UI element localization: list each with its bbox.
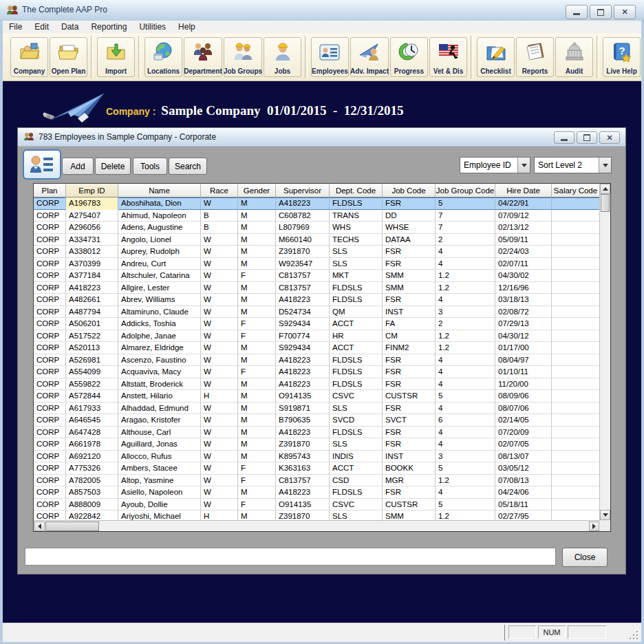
column-header-plan[interactable]: Plan <box>34 184 66 197</box>
tools-button[interactable]: Tools <box>133 158 167 175</box>
menu-item-file[interactable]: File <box>3 22 28 32</box>
toolbar-button-locations[interactable]: Locations <box>144 37 182 77</box>
employee-row-A775326[interactable]: CORPA775326Ambers, StaceeWFK363163ACCTBO… <box>34 462 600 475</box>
status-message-field[interactable] <box>25 548 556 566</box>
toolbar-button-open-plan[interactable]: Open Plan <box>50 37 87 77</box>
close-button[interactable]: ✕ <box>614 5 636 19</box>
employee-row-A572844[interactable]: CORPA572844Anstett, HilarioHMO914135CSVC… <box>34 390 600 402</box>
view-field-select[interactable]: Employee ID <box>460 157 530 173</box>
scroll-up-button[interactable] <box>600 184 610 194</box>
child-close-button[interactable]: ✕ <box>599 131 620 144</box>
employee-row-A526981[interactable]: CORPA526981Ascenzo, FaustinoWMA418223FLD… <box>34 354 600 367</box>
employee-row-A487794[interactable]: CORPA487794Altamiruno, ClaudeWMD524734QM… <box>34 306 600 319</box>
minimize-button[interactable] <box>566 5 588 19</box>
employee-row-A370399[interactable]: CORPA370399Andreu, CurtWMW923547SLSFSR40… <box>34 258 600 270</box>
employee-row-A888009[interactable]: CORPA888009Ayoub, DollieWFO914135CSVCCUS… <box>34 499 600 511</box>
employee-row-A857503[interactable]: CORPA857503Asiello, NapoleonWMA418223FLD… <box>34 486 600 499</box>
cell: Acquaviva, Macy <box>118 366 201 378</box>
cell: CORP <box>34 378 66 391</box>
employee-row-A506201[interactable]: CORPA506201Addicks, ToshiaWFS929434ACCTF… <box>34 318 600 330</box>
scroll-right-button[interactable] <box>589 522 599 531</box>
menu-item-utilities[interactable]: Utilities <box>133 22 172 32</box>
column-header-gender[interactable]: Gender <box>238 184 276 197</box>
employee-row-A646545[interactable]: CORPA646545Aragao, KristoferWMB790635SVC… <box>34 414 600 427</box>
employees-view-button[interactable] <box>23 149 61 180</box>
cell: Aboshihata, Dion <box>118 197 201 210</box>
column-header-supervisor[interactable]: Supervisor <box>276 184 330 197</box>
menu-item-data[interactable]: Data <box>55 22 85 32</box>
toolbar-button-checklist[interactable]: Checklist <box>477 37 515 77</box>
scroll-down-button[interactable] <box>600 510 610 520</box>
child-minimize-button[interactable] <box>554 131 575 144</box>
employee-row-A554099[interactable]: CORPA554099Acquaviva, MacyWFA418223FLDSL… <box>34 366 600 378</box>
column-header-emp-id[interactable]: Emp ID <box>66 184 118 197</box>
toolbar-button-adv-impact[interactable]: Adv. Impact <box>350 37 389 77</box>
horizontal-scroll-thumb[interactable] <box>45 522 99 531</box>
column-header-hire-date[interactable]: Hire Date <box>495 184 552 197</box>
toolbar-button-job-groups[interactable]: Job Groups <box>224 37 262 77</box>
cell: M <box>238 390 276 402</box>
employee-row-A517522[interactable]: CORPA517522Adolphe, JanaeWFF700774HRCM1.… <box>34 330 600 343</box>
menu-item-help[interactable]: Help <box>172 22 202 32</box>
employee-row-A482661[interactable]: CORPA482661Abrev, WilliamsWMA418223FLDSL… <box>34 294 600 306</box>
cell: FINM2 <box>383 342 436 354</box>
employee-row-A559822[interactable]: CORPA559822Altstatt, BroderickWMA418223F… <box>34 378 600 391</box>
cell: W <box>201 342 238 354</box>
cell: CORP <box>34 222 66 234</box>
cell: A296056 <box>66 222 118 234</box>
dropdown-button[interactable] <box>517 158 530 173</box>
employee-row-A275407[interactable]: CORPA275407Ahimud, NapoleonBMC608782TRAN… <box>34 210 600 222</box>
employee-row-A338012[interactable]: CORPA338012Auprey, RudolphWMZ391870SLSFS… <box>34 246 600 258</box>
column-header-job-group-code[interactable]: Job Group Code <box>436 184 495 197</box>
column-header-salary-code[interactable]: Salary Code <box>552 184 600 197</box>
toolbar-button-jobs[interactable]: Jobs <box>264 37 301 77</box>
employee-row-A617933[interactable]: CORPA617933Alhaddad, EdmundWMS919871SLSF… <box>34 402 600 415</box>
toolbar-button-live-help[interactable]: ?Live Help <box>603 37 641 77</box>
column-header-job-code[interactable]: Job Code <box>383 184 436 197</box>
cell: Auprey, Rudolph <box>118 246 201 258</box>
toolbar-button-department[interactable]: Department <box>184 37 222 77</box>
column-header-race[interactable]: Race <box>201 184 238 197</box>
menu-item-reporting[interactable]: Reporting <box>85 22 133 32</box>
maximize-button[interactable] <box>590 5 612 19</box>
cell: F <box>238 475 276 487</box>
scroll-left-button[interactable] <box>34 522 45 531</box>
employee-row-A692120[interactable]: CORPA692120Allocco, RufusWMK895743INDISI… <box>34 451 600 463</box>
cell: 4 <box>436 427 495 439</box>
toolbar-button-audit[interactable]: Audit <box>555 37 593 77</box>
cell: M660140 <box>276 234 330 246</box>
employee-row-A334731[interactable]: CORPA334731Angolo, LionelWMM660140TECHSD… <box>34 234 600 246</box>
search-button[interactable]: Search <box>169 158 207 175</box>
employee-row-A782005[interactable]: CORPA782005Altop, YasmineWFC813757CSDMGR… <box>34 475 600 487</box>
column-header-name[interactable]: Name <box>118 184 201 197</box>
sort-level-select[interactable]: Sort Level 2 <box>534 157 612 173</box>
horizontal-scrollbar[interactable] <box>34 520 600 531</box>
employee-row-A377184[interactable]: CORPA377184Altschuler, CatarinaWFC813757… <box>34 270 600 282</box>
employee-row-A922842[interactable]: CORPA922842Ariyoshi, MichaelHMZ391870SLS… <box>34 511 600 520</box>
column-header-dept-code[interactable]: Dept. Code <box>330 184 383 197</box>
employee-row-A196783[interactable]: CORPA196783Aboshihata, DionWMA418223FLDS… <box>34 197 600 210</box>
cell: FSR <box>383 402 436 415</box>
menu-item-edit[interactable]: Edit <box>28 22 55 32</box>
employee-row-A661978[interactable]: CORPA661978Aguillard, JonasWMZ391870SLSF… <box>34 438 600 451</box>
child-maximize-button[interactable] <box>577 131 597 144</box>
resize-grip[interactable] <box>628 630 638 639</box>
toolbar-button-employees[interactable]: Employees <box>311 37 349 77</box>
employee-row-A418223[interactable]: CORPA418223Allgire, LesterWMC813757FLDSL… <box>34 282 600 294</box>
vertical-scroll-thumb[interactable] <box>601 194 610 212</box>
cell: HR <box>330 330 383 343</box>
employee-row-A647428[interactable]: CORPA647428Althouse, CarlWMA418223FLDSLS… <box>34 427 600 439</box>
employee-row-A296056[interactable]: CORPA296056Adens, AugustineBML807969WHSW… <box>34 222 600 234</box>
toolbar-button-import[interactable]: Import <box>97 37 135 77</box>
toolbar-button-reports[interactable]: Reports <box>516 37 554 77</box>
delete-button[interactable]: Delete <box>95 158 131 175</box>
cell: Andreu, Curt <box>118 258 201 270</box>
dropdown-button[interactable] <box>599 158 611 173</box>
toolbar-button-company[interactable]: Company <box>10 37 48 77</box>
employee-row-A520113[interactable]: CORPA520113Almarez, EldridgeWMS929434ACC… <box>34 342 600 354</box>
vertical-scrollbar[interactable] <box>599 184 610 520</box>
add-button[interactable]: Add <box>62 158 94 175</box>
close-window-button[interactable]: Close <box>562 548 608 567</box>
toolbar-button-vet-dis[interactable]: Vet & Dis <box>429 37 467 77</box>
toolbar-button-progress[interactable]: Progress <box>390 37 428 77</box>
